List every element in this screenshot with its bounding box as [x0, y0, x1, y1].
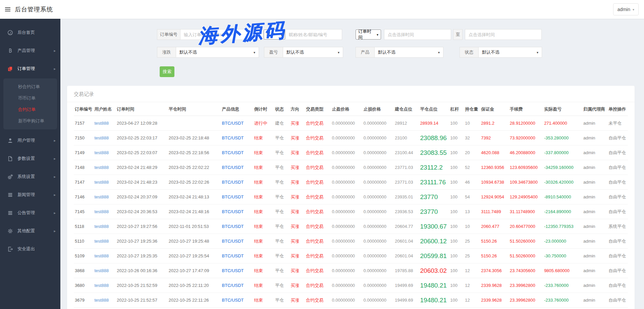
cell-sl_price: 0.00000000: [362, 293, 394, 308]
column-header-leverage: 杠杆: [449, 102, 464, 116]
orders-table: 订单编号用户姓名订单时间平仓时间产品信息倒计时状态方向交易类型止盈价格止损价格建…: [74, 102, 628, 309]
cell-tp_price: 0.00000000: [331, 160, 362, 175]
column-header-open_point: 建仓点位: [394, 102, 419, 116]
app-title: 后台管理系统: [15, 5, 53, 13]
table-row: 5110test8882022-10-27 19:25:362022-10-27…: [74, 234, 628, 249]
cell-open_point: 23936.53: [394, 204, 419, 219]
file-icon: [7, 156, 13, 162]
profit-loss-group: 盈亏 默认不选 ▾: [264, 47, 343, 58]
time-start-input[interactable]: [384, 29, 451, 40]
sidebar-item-3[interactable]: 用户管理▸: [0, 131, 60, 149]
submenu-item-0[interactable]: 秒合约订单: [3, 81, 57, 92]
order-no-input[interactable]: [180, 29, 264, 40]
cell-open_point: 28912: [394, 116, 419, 131]
sidebar-item-4[interactable]: 参数设置▸: [0, 149, 60, 168]
cell-sl_price: 0.00000000: [362, 263, 394, 278]
dashboard-icon: [7, 30, 13, 36]
cell-control: 自由平仓: [607, 293, 628, 308]
cell-leverage: 100: [449, 263, 464, 278]
time-end-input[interactable]: [465, 29, 542, 40]
sidebar-item-2[interactable]: 订单管理▸: [0, 60, 60, 78]
sidebar-item-8[interactable]: 其他配置▸: [0, 222, 60, 240]
cell-tp_price: 0.00000000: [331, 249, 362, 263]
chevron-down-icon: ▾: [254, 51, 255, 54]
submenu-item-2[interactable]: 合约订单: [3, 104, 57, 115]
search-button[interactable]: 搜索: [160, 66, 174, 77]
cell-agent: admin: [582, 219, 607, 234]
cell-user: test888: [93, 145, 116, 160]
cell-open_time: 2022-10-27 19:27:56: [116, 219, 168, 234]
sidebar-item-5[interactable]: 系统设置▸: [0, 168, 60, 186]
cell-trade_type: 合约交易: [305, 131, 331, 145]
cell-fee: 1.91824800: [509, 308, 543, 309]
sidebar-item-0[interactable]: 后台首页: [0, 23, 60, 42]
cell-open_time: 2022-10-26 00:16:36: [116, 263, 168, 278]
rise-fall-label: 涨跌: [157, 47, 176, 57]
table-row: 7157test8882023-04-27 12:09:28BTC/USDT进行…: [74, 116, 628, 131]
cell-volume: 1: [464, 308, 480, 309]
menu-icon[interactable]: [5, 7, 11, 13]
cell-leverage: 100: [449, 204, 464, 219]
cell-countdown: 结束: [253, 308, 274, 309]
cell-open_point: 23935.01: [394, 190, 419, 204]
cell-close_point: 20603.02: [419, 263, 449, 278]
column-header-product: 产品信息: [221, 102, 253, 116]
cell-margin: 2060.477: [480, 219, 509, 234]
cell-countdown: 结束: [253, 145, 274, 160]
cell-status: 平仓: [274, 160, 289, 175]
cell-user: test888: [93, 219, 116, 234]
cell-control: 自由平仓: [607, 145, 628, 160]
submenu-item-1[interactable]: 币币订单: [3, 92, 57, 104]
cell-open_time: 2023-02-24 20:36:53: [116, 204, 168, 219]
user-icon: [7, 138, 13, 143]
card-title: 交易记录: [67, 86, 635, 102]
sidebar-item-6[interactable]: 新闻管理▸: [0, 186, 60, 204]
cell-profit: -34259.160000: [543, 160, 582, 175]
cell-close_time: 2023-02-25 22:02:22: [168, 160, 221, 175]
customer-type-select[interactable]: 客户 ▾: [264, 29, 285, 40]
product-select[interactable]: 默认不选 ▾: [375, 47, 443, 57]
column-header-direction: 方向: [289, 102, 305, 116]
chevron-right-icon: ▸: [54, 229, 56, 233]
cell-volume: 32: [464, 131, 480, 145]
sidebar-item-1[interactable]: 产品管理▸: [0, 42, 60, 60]
profit-loss-select[interactable]: 默认不选 ▾: [283, 47, 343, 57]
cell-user: test888: [93, 160, 116, 175]
cell-countdown: 结束: [253, 278, 274, 293]
cell-fee: 23.74305600: [509, 263, 543, 278]
cell-leverage: 100: [449, 160, 464, 175]
sidebar-item-7[interactable]: 公告管理▸: [0, 204, 60, 222]
rise-fall-group: 涨跌 默认不选 ▾: [157, 47, 259, 58]
cell-trade_type: 合约交易: [305, 204, 331, 219]
cell-control: 自由平仓: [607, 263, 628, 278]
column-header-user: 用户姓名: [93, 102, 116, 116]
cell-margin: 2891.2: [480, 116, 509, 131]
status-group: 状态 默认不选 ▾: [460, 47, 542, 58]
cell-close_point: 23088.96: [419, 131, 449, 145]
customer-input[interactable]: [285, 29, 342, 40]
chevron-right-icon: ▸: [54, 193, 56, 197]
cell-margin: 191.8248: [480, 308, 509, 309]
cell-profit: -337.800000: [543, 145, 582, 160]
submenu-item-3[interactable]: 新币申购订单: [3, 115, 57, 127]
rise-fall-select[interactable]: 默认不选 ▾: [176, 47, 259, 57]
sidebar-item-9[interactable]: 安全退出: [0, 240, 60, 258]
table-row: 5109test8882022-10-27 19:25:352022-10-27…: [74, 249, 628, 263]
cell-countdown: 进行中: [253, 116, 274, 131]
cell-countdown: 结束: [253, 219, 274, 234]
cell-status: 平仓: [274, 190, 289, 204]
status-select[interactable]: 默认不选 ▾: [479, 47, 542, 57]
cell-countdown: 结束: [253, 175, 274, 190]
user-menu-button[interactable]: admin ▾: [613, 3, 639, 15]
cell-open_point: 23771.03: [394, 175, 419, 190]
cell-margin: 3111.7489: [480, 204, 509, 219]
cell-sl_price: 0.00000000: [362, 278, 394, 293]
column-header-close_time: 平仓时间: [168, 102, 221, 116]
cell-volume: 25: [464, 234, 480, 249]
cell-countdown: 结束: [253, 131, 274, 145]
cell-countdown: 结束: [253, 204, 274, 219]
time-type-select[interactable]: 订单时间 ▾: [356, 29, 381, 40]
column-header-trade_type: 交易类型: [305, 102, 331, 116]
column-header-id: 订单编号: [74, 102, 93, 116]
cell-sl_price: 0.00000000: [362, 204, 394, 219]
